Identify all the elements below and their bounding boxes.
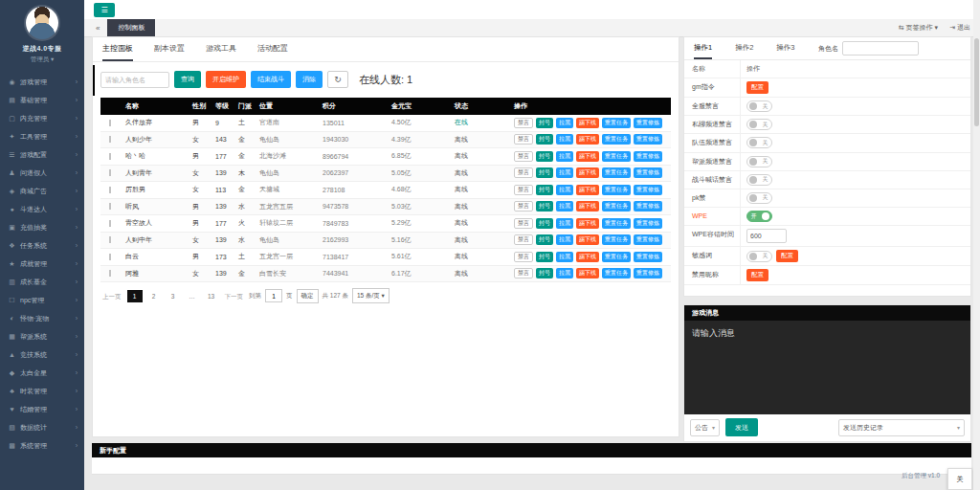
kick-offline-button[interactable]: 踢下线 <box>576 167 599 178</box>
sidebar-item[interactable]: ❖任务系统› <box>0 236 84 255</box>
sidebar-item[interactable]: ☐npc管理› <box>0 291 84 309</box>
ban-button[interactable]: 封号 <box>536 167 553 178</box>
content-tab[interactable]: 活动配置 <box>257 43 288 61</box>
kick-offline-button[interactable]: 踢下线 <box>576 151 599 162</box>
row-checkbox[interactable] <box>109 136 111 143</box>
mute-button[interactable]: 禁言 <box>514 218 533 229</box>
jump-page-input[interactable] <box>265 289 282 302</box>
reset-cultivation-button[interactable]: 重置修炼 <box>634 118 662 128</box>
config-button[interactable]: 配置 <box>776 250 798 262</box>
send-history-select[interactable]: 发送历史记录 ▾ <box>838 419 965 436</box>
toggle-switch[interactable]: 关 <box>746 100 772 112</box>
message-textarea[interactable] <box>684 321 970 414</box>
page-scrollbar[interactable] <box>973 0 980 490</box>
content-tab[interactable]: 主控面板 <box>102 43 133 61</box>
row-checkbox[interactable] <box>109 120 111 126</box>
kick-offline-button[interactable]: 踢下线 <box>576 268 599 278</box>
tab-operations-dropdown[interactable]: ⇆ 页签操作 ▾ <box>899 23 938 33</box>
open-maintenance-button[interactable]: 开启维护 <box>206 71 246 88</box>
content-tab[interactable]: 副本设置 <box>154 43 185 61</box>
ban-button[interactable]: 封号 <box>536 218 553 229</box>
menu-toggle-button[interactable]: ☰ <box>94 3 115 17</box>
ban-button[interactable]: 封号 <box>536 201 553 212</box>
send-button[interactable]: 发送 <box>725 418 758 436</box>
window-tab-control-panel[interactable]: 控制面板 <box>107 19 155 36</box>
sidebar-item[interactable]: ♥结婚管理› <box>0 400 84 418</box>
reset-cultivation-button[interactable]: 重置修炼 <box>634 218 662 229</box>
mute-button[interactable]: 禁言 <box>514 134 533 145</box>
scrollbar-thumb[interactable] <box>974 38 979 126</box>
toggle-switch[interactable]: 关 <box>746 137 772 148</box>
content-tab[interactable]: 游戏工具 <box>206 43 236 61</box>
clear-button[interactable]: 消除 <box>296 71 323 88</box>
row-checkbox[interactable] <box>109 254 111 260</box>
mute-button[interactable]: 禁言 <box>514 252 533 262</box>
player-search-input[interactable] <box>100 72 169 88</box>
reset-cultivation-button[interactable]: 重置修炼 <box>634 185 662 195</box>
next-page-button[interactable]: 下一页 <box>223 290 246 302</box>
toggle-switch[interactable]: 关 <box>746 174 772 186</box>
sidebar-item[interactable]: ▦帮派系统› <box>0 327 84 345</box>
config-button[interactable]: 配置 <box>746 269 768 281</box>
sidebar-item[interactable]: ▥成长基金› <box>0 273 84 291</box>
row-checkbox[interactable] <box>109 169 111 176</box>
toggle-switch[interactable]: 开 <box>746 211 772 222</box>
sidebar-item[interactable]: ◉游戏管理› <box>0 73 84 91</box>
kick-offline-button[interactable]: 踢下线 <box>576 252 599 262</box>
reset-cultivation-button[interactable]: 重置修炼 <box>634 201 662 212</box>
row-checkbox[interactable] <box>109 187 111 193</box>
query-button[interactable]: 查询 <box>174 71 201 88</box>
mute-button[interactable]: 禁言 <box>514 167 533 178</box>
reset-task-button[interactable]: 重置任务 <box>602 151 631 162</box>
kick-offline-button[interactable]: 踢下线 <box>576 134 599 145</box>
mute-button[interactable]: 禁言 <box>514 201 533 212</box>
wpe-time-input[interactable] <box>746 229 787 243</box>
sidebar-item[interactable]: ▣充值抽奖› <box>0 218 84 236</box>
mute-button[interactable]: 禁言 <box>514 118 533 128</box>
kick-offline-button[interactable]: 踢下线 <box>576 218 599 229</box>
mute-button[interactable]: 禁言 <box>514 185 533 195</box>
reset-task-button[interactable]: 重置任务 <box>602 167 631 178</box>
sidebar-item[interactable]: ♣时装管理› <box>0 382 84 400</box>
page-button[interactable]: 3 <box>166 290 181 302</box>
reset-cultivation-button[interactable]: 重置修炼 <box>634 134 662 145</box>
ops-tab[interactable]: 操作3 <box>776 43 794 59</box>
refresh-button[interactable]: ↻ <box>327 71 348 88</box>
kick-offline-button[interactable]: 踢下线 <box>576 185 599 195</box>
reset-cultivation-button[interactable]: 重置修炼 <box>634 151 662 162</box>
reset-task-button[interactable]: 重置任务 <box>602 185 631 195</box>
reset-task-button[interactable]: 重置任务 <box>602 134 631 145</box>
mute-button[interactable]: 禁言 <box>514 151 533 162</box>
row-checkbox[interactable] <box>109 270 111 277</box>
sidebar-item[interactable]: ★成就管理› <box>0 255 84 273</box>
sidebar-item[interactable]: ◈商城广告› <box>0 182 84 200</box>
config-button[interactable]: 配置 <box>746 81 768 94</box>
sidebar-item[interactable]: ◆太白金星› <box>0 364 84 382</box>
blacklist-button[interactable]: 拉黑 <box>556 218 573 229</box>
row-checkbox[interactable] <box>109 203 111 210</box>
sidebar-item[interactable]: ♟问道假人› <box>0 164 84 182</box>
page-button[interactable]: 1 <box>127 290 143 302</box>
toggle-switch[interactable]: 关 <box>746 119 772 130</box>
row-checkbox[interactable] <box>109 153 111 160</box>
reset-cultivation-button[interactable]: 重置修炼 <box>634 167 662 178</box>
reset-task-button[interactable]: 重置任务 <box>602 252 631 262</box>
collapse-tabs-icon[interactable]: « <box>96 24 100 33</box>
blacklist-button[interactable]: 拉黑 <box>556 134 573 145</box>
kick-offline-button[interactable]: 踢下线 <box>576 118 599 128</box>
blacklist-button[interactable]: 拉黑 <box>556 167 573 178</box>
mute-button[interactable]: 禁言 <box>514 268 533 278</box>
sidebar-item[interactable]: ▧数据统计› <box>0 418 84 436</box>
reset-task-button[interactable]: 重置任务 <box>602 118 631 128</box>
blacklist-button[interactable]: 拉黑 <box>556 252 573 262</box>
blacklist-button[interactable]: 拉黑 <box>556 268 573 278</box>
prev-page-button[interactable]: 上一页 <box>100 290 123 302</box>
service-widget[interactable]: 关 <box>947 468 972 490</box>
toggle-switch[interactable]: 关 <box>746 192 772 204</box>
role-name-input[interactable] <box>842 41 919 56</box>
reset-task-button[interactable]: 重置任务 <box>602 234 631 245</box>
page-button[interactable]: 13 <box>204 290 219 302</box>
ops-tab[interactable]: 操作2 <box>735 43 753 59</box>
ban-button[interactable]: 封号 <box>536 151 553 162</box>
sidebar-item[interactable]: ▲竞技系统› <box>0 345 84 364</box>
